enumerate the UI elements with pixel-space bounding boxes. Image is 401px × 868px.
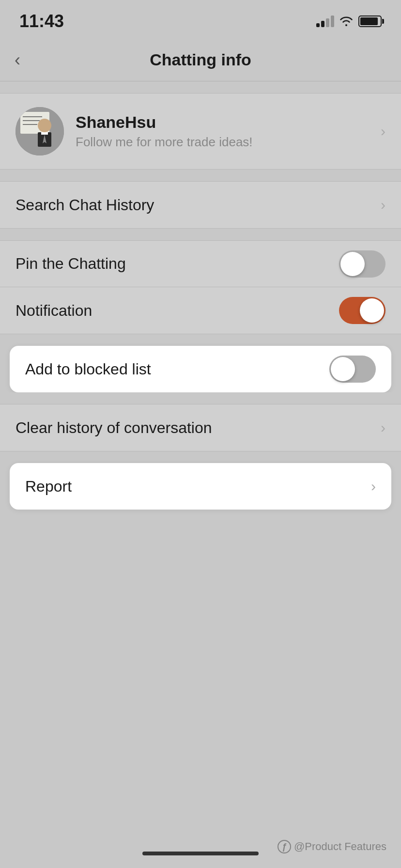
wifi-icon xyxy=(339,16,354,27)
content: ShaneHsu Follow me for more trade ideas!… xyxy=(0,81,401,510)
profile-chevron-icon: › xyxy=(381,123,386,140)
gap-after-profile xyxy=(0,170,401,181)
gap-top xyxy=(0,81,401,93)
status-bar: 11:43 xyxy=(0,0,401,39)
profile-section[interactable]: ShaneHsu Follow me for more trade ideas!… xyxy=(0,93,401,170)
pin-chatting-row[interactable]: Pin the Chatting xyxy=(0,241,401,287)
clear-history-chevron-icon: › xyxy=(381,419,386,436)
nav-bar: ‹ Chatting info xyxy=(0,39,401,81)
gap-3 xyxy=(0,392,401,404)
watermark-icon: ƒ xyxy=(278,840,291,853)
toggles-section: Pin the Chatting Notification xyxy=(0,240,401,334)
report-label: Report xyxy=(25,478,72,496)
home-indicator xyxy=(142,852,259,855)
gap-4 xyxy=(0,451,401,463)
gap-1 xyxy=(0,229,401,240)
search-chat-history-section: Search Chat History › xyxy=(0,181,401,229)
svg-point-5 xyxy=(38,119,51,132)
notification-label: Notification xyxy=(15,302,92,320)
signal-icon xyxy=(316,16,334,27)
svg-rect-7 xyxy=(41,132,48,135)
notification-toggle[interactable] xyxy=(339,297,386,324)
gap-2 xyxy=(0,334,401,346)
blocked-list-row[interactable]: Add to blocked list xyxy=(10,346,391,392)
status-icons xyxy=(316,16,382,27)
profile-name: ShaneHsu xyxy=(76,113,369,132)
profile-bio: Follow me for more trade ideas! xyxy=(76,135,369,150)
blocked-list-label: Add to blocked list xyxy=(25,360,151,378)
report-section: Report › xyxy=(10,463,391,510)
report-chevron-icon: › xyxy=(371,478,376,495)
watermark: ƒ @Product Features xyxy=(278,840,386,853)
avatar xyxy=(15,107,64,155)
status-time: 11:43 xyxy=(19,11,64,31)
pin-chatting-toggle[interactable] xyxy=(339,250,386,278)
blocked-list-section: Add to blocked list xyxy=(10,346,391,392)
search-chat-history-row[interactable]: Search Chat History › xyxy=(0,182,401,228)
bottom-area: ƒ @Product Features xyxy=(0,829,401,868)
report-row[interactable]: Report › xyxy=(10,463,391,510)
notification-row[interactable]: Notification xyxy=(0,287,401,334)
search-chat-history-chevron-icon: › xyxy=(381,197,386,213)
blocked-list-toggle[interactable] xyxy=(329,356,376,383)
clear-history-section: Clear history of conversation › xyxy=(0,404,401,451)
watermark-text: @Product Features xyxy=(294,840,386,853)
search-chat-history-label: Search Chat History xyxy=(15,196,154,214)
profile-info: ShaneHsu Follow me for more trade ideas! xyxy=(76,113,369,150)
clear-history-label: Clear history of conversation xyxy=(15,419,212,437)
battery-icon xyxy=(358,16,382,27)
clear-history-row[interactable]: Clear history of conversation › xyxy=(0,404,401,451)
page-title: Chatting info xyxy=(150,50,251,69)
pin-chatting-label: Pin the Chatting xyxy=(15,255,126,273)
back-button[interactable]: ‹ xyxy=(15,50,20,70)
